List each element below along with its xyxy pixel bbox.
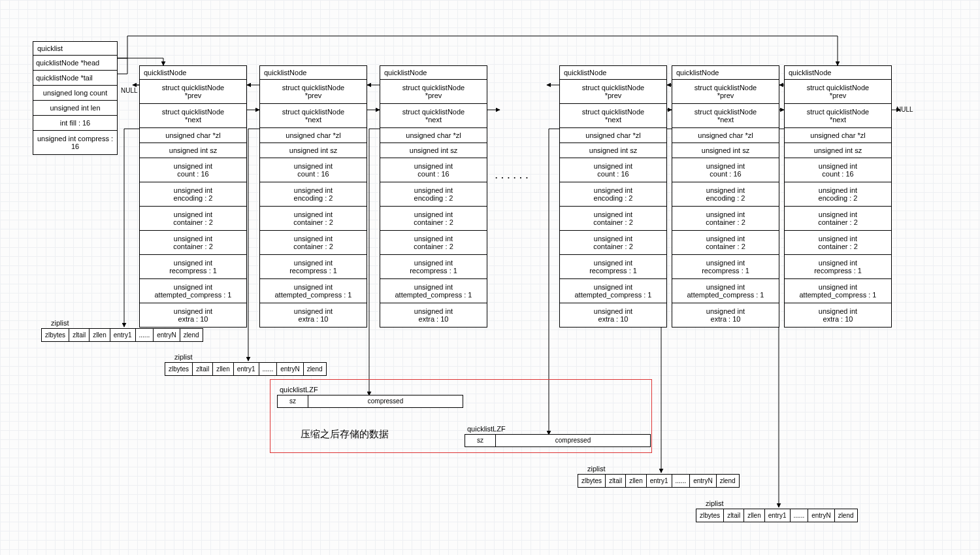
node-field: unsigned intcontainer : 2	[672, 231, 779, 255]
quicklistnode-struct: quicklistNodestruct quicklistNode*prevst…	[672, 65, 779, 328]
node-field: struct quicklistNode*prev	[672, 80, 779, 104]
ziplist-cell: entryN	[154, 329, 180, 341]
ziplist-cell: zlbytes	[165, 363, 193, 375]
node-field: unsigned intattempted_compress : 1	[380, 279, 487, 303]
ziplist-cell: zlbytes	[42, 329, 69, 341]
node-field: unsigned char *zl	[380, 128, 487, 143]
ziplist-cell: ......	[259, 363, 278, 375]
node-field: unsigned char *zl	[140, 128, 246, 143]
ziplist-cell: ......	[672, 475, 691, 487]
node-field: unsigned intencoding : 2	[785, 182, 891, 207]
node-title: quicklistNode	[140, 66, 246, 80]
quicklist-struct: quicklist quicklistNode *head quicklistN…	[33, 41, 118, 155]
quicklistnode-struct: quicklistNodestruct quicklistNode*prevst…	[259, 65, 367, 328]
ziplist-row: zlbyteszltailzllenentry1......entryNzlen…	[41, 328, 203, 342]
node-field: unsigned intattempted_compress : 1	[260, 279, 367, 303]
node-field: unsigned intcontainer : 2	[380, 207, 487, 231]
null-right-label: NULL	[896, 106, 913, 113]
node-field: unsigned intextra : 10	[380, 303, 487, 327]
lzf-row: szcompressed	[277, 395, 463, 408]
node-field: unsigned char *zl	[260, 128, 367, 143]
null-left-label: NULL	[121, 87, 138, 94]
compress-caption: 压缩之后存储的数据	[301, 428, 389, 441]
node-title: quicklistNode	[560, 66, 666, 80]
node-field: unsigned int sz	[560, 143, 666, 158]
ziplist-cell: entry1	[765, 509, 791, 522]
lzf-title: quicklistLZF	[280, 386, 318, 394]
node-field: unsigned int sz	[380, 143, 487, 158]
ziplist-row: zlbyteszltailzllenentry1......entryNzlen…	[165, 362, 327, 376]
ziplist-cell: zlend	[835, 509, 857, 522]
ziplist-cell: zllen	[90, 329, 110, 341]
node-field: unsigned intcount : 16	[672, 158, 779, 182]
node-field: unsigned intcontainer : 2	[672, 207, 779, 231]
quicklist-title: quicklist	[33, 42, 117, 56]
node-field: unsigned intencoding : 2	[260, 182, 367, 207]
node-field: unsigned intencoding : 2	[380, 182, 487, 207]
lzf-compressed: compressed	[496, 435, 650, 446]
node-field: unsigned intcount : 16	[785, 158, 891, 182]
node-field: struct quicklistNode*next	[560, 104, 666, 128]
lzf-compressed: compressed	[308, 395, 463, 407]
node-field: struct quicklistNode*prev	[560, 80, 666, 104]
ziplist-cell: zltail	[606, 475, 626, 487]
node-field: struct quicklistNode*prev	[380, 80, 487, 104]
ziplist-cell: zlbytes	[578, 475, 606, 487]
ziplist-title: ziplist	[706, 499, 724, 507]
node-field: unsigned intextra : 10	[560, 303, 666, 327]
lzf-sz: sz	[465, 435, 496, 446]
quicklist-field: unsigned long count	[33, 86, 117, 101]
node-field: unsigned intcontainer : 2	[785, 207, 891, 231]
node-title: quicklistNode	[380, 66, 487, 80]
quicklist-field: quicklistNode *head	[33, 56, 117, 71]
node-field: struct quicklistNode*next	[260, 104, 367, 128]
node-field: struct quicklistNode*next	[672, 104, 779, 128]
ziplist-cell: zlend	[304, 363, 326, 375]
node-field: unsigned intcontainer : 2	[560, 231, 666, 255]
lzf-sz: sz	[278, 395, 308, 407]
quicklistnode-struct: quicklistNodestruct quicklistNode*prevst…	[784, 65, 892, 328]
ziplist-row: zlbyteszltailzllenentry1......entryNzlen…	[578, 474, 740, 488]
node-field: unsigned intextra : 10	[672, 303, 779, 327]
node-title: quicklistNode	[672, 66, 779, 80]
lzf-title: quicklistLZF	[467, 425, 506, 433]
quicklist-field-text: unsigned int compress : 16	[36, 135, 114, 150]
ellipsis: ......	[495, 171, 532, 180]
ziplist-cell: entryN	[690, 475, 716, 487]
node-field: unsigned intattempted_compress : 1	[785, 279, 891, 303]
node-field: struct quicklistNode*prev	[140, 80, 246, 104]
ziplist-cell: zltail	[724, 509, 744, 522]
ziplist-cell: ......	[791, 509, 809, 522]
node-field: unsigned intattempted_compress : 1	[672, 279, 779, 303]
node-field: unsigned char *zl	[560, 128, 666, 143]
quicklist-field: unsigned int len	[33, 101, 117, 116]
quicklist-field: quicklistNode *tail	[33, 71, 117, 86]
ziplist-cell: entryN	[277, 363, 303, 375]
ziplist-row: zlbyteszltailzllenentry1......entryNzlen…	[696, 509, 858, 522]
node-field: unsigned int sz	[785, 143, 891, 158]
node-field: unsigned intcontainer : 2	[140, 231, 246, 255]
node-field: unsigned intcontainer : 2	[560, 207, 666, 231]
node-field: unsigned intcontainer : 2	[260, 207, 367, 231]
node-field: unsigned intcount : 16	[260, 158, 367, 182]
quicklistnode-struct: quicklistNodestruct quicklistNode*prevst…	[380, 65, 487, 328]
ziplist-title: ziplist	[174, 353, 193, 361]
quicklist-field: unsigned int compress : 16	[33, 131, 117, 154]
node-field: unsigned intrecompress : 1	[140, 255, 246, 279]
ziplist-cell: zllen	[213, 363, 234, 375]
ziplist-cell: entry1	[234, 363, 259, 375]
node-field: unsigned intattempted_compress : 1	[560, 279, 666, 303]
ziplist-title: ziplist	[51, 319, 69, 327]
node-field: struct quicklistNode*next	[785, 104, 891, 128]
lzf-row: szcompressed	[465, 434, 651, 447]
node-field: unsigned int sz	[672, 143, 779, 158]
node-title: quicklistNode	[260, 66, 367, 80]
node-field: unsigned intcontainer : 2	[785, 231, 891, 255]
node-field: unsigned intencoding : 2	[140, 182, 246, 207]
node-field: struct quicklistNode*next	[140, 104, 246, 128]
node-field: unsigned int sz	[140, 143, 246, 158]
ziplist-cell: entry1	[110, 329, 136, 341]
node-field: unsigned intcount : 16	[380, 158, 487, 182]
node-field: unsigned intextra : 10	[260, 303, 367, 327]
ziplist-cell: zltail	[69, 329, 90, 341]
